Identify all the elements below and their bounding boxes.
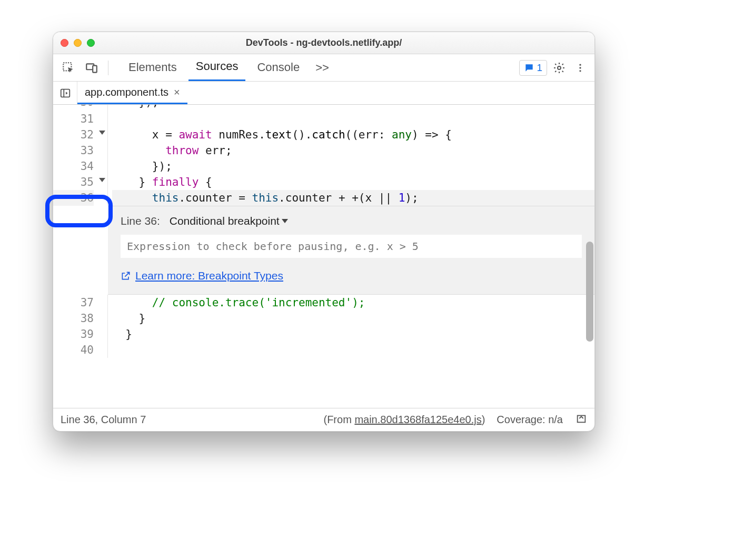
line-number[interactable]: 31 — [53, 111, 94, 127]
close-tab-icon[interactable]: × — [174, 86, 180, 98]
code-line[interactable]: } finally { — [112, 174, 594, 190]
line-number[interactable]: 30 — [53, 105, 94, 111]
svg-rect-7 — [61, 89, 70, 97]
chevron-down-icon — [282, 219, 288, 223]
fold-icon[interactable] — [99, 131, 105, 135]
settings-icon[interactable] — [550, 59, 568, 77]
main-toolbar: Elements Sources Console >> 1 — [53, 54, 594, 82]
navigator-toggle-icon[interactable] — [53, 82, 77, 104]
tab-console[interactable]: Console — [250, 55, 307, 81]
tab-sources[interactable]: Sources — [189, 54, 246, 81]
inspect-element-icon[interactable] — [58, 58, 78, 78]
cursor-position: Line 36, Column 7 — [61, 414, 146, 426]
line-number[interactable]: 36 — [53, 190, 94, 206]
breakpoint-line-label: Line 36: — [121, 215, 160, 227]
tabs-overflow-button[interactable]: >> — [311, 61, 333, 75]
source-map-file-link[interactable]: main.80d1368fa125e4e0.js — [354, 414, 481, 425]
svg-point-3 — [558, 66, 561, 69]
file-tab-bar: app.component.ts × — [53, 82, 594, 105]
fold-icon[interactable] — [99, 178, 105, 182]
learn-more-link[interactable]: Learn more: Breakpoint Types — [121, 269, 283, 282]
code-line[interactable]: this.counter = this.counter + +(x || 1); — [112, 190, 594, 206]
code-line[interactable]: }); — [112, 158, 594, 174]
source-editor: 30 });3132 x = await numRes.text().catch… — [53, 105, 594, 408]
more-options-icon[interactable] — [571, 59, 589, 77]
breakpoint-type-dropdown[interactable]: Conditional breakpoint — [170, 215, 288, 227]
learn-more-label: Learn more: Breakpoint Types — [135, 269, 283, 282]
breakpoint-condition-input[interactable] — [121, 235, 582, 258]
window-title: DevTools - ng-devtools.netlify.app/ — [53, 37, 594, 48]
titlebar: DevTools - ng-devtools.netlify.app/ — [53, 32, 594, 54]
code-line[interactable] — [112, 342, 594, 358]
svg-point-4 — [579, 64, 581, 65]
code-line[interactable]: throw err; — [112, 143, 594, 158]
devtools-window: DevTools - ng-devtools.netlify.app/ Elem… — [53, 32, 595, 432]
coverage-status: Coverage: n/a — [497, 414, 563, 426]
source-mapped-from: (From main.80d1368fa125e4e0.js) — [323, 414, 485, 426]
svg-rect-2 — [93, 65, 97, 72]
panel-tabs: Elements Sources Console >> — [121, 54, 333, 81]
line-number[interactable]: 35 — [53, 174, 94, 190]
file-tab-label: app.component.ts — [85, 86, 168, 98]
code-line[interactable] — [112, 111, 594, 127]
issues-button[interactable]: 1 — [519, 60, 547, 76]
breakpoint-type-label: Conditional breakpoint — [170, 215, 280, 227]
device-toolbar-icon[interactable] — [82, 58, 102, 78]
svg-point-5 — [579, 67, 581, 68]
status-bar: Line 36, Column 7 (From main.80d1368fa12… — [53, 408, 594, 431]
code-line[interactable]: } — [112, 311, 594, 326]
code-line[interactable]: // console.trace('incremented'); — [112, 295, 594, 311]
line-number[interactable]: 37 — [53, 295, 94, 311]
line-number[interactable]: 34 — [53, 158, 94, 174]
vertical-scrollbar[interactable] — [586, 242, 593, 342]
line-number[interactable]: 38 — [53, 311, 94, 326]
line-number[interactable]: 33 — [53, 143, 94, 158]
code-line[interactable]: x = await numRes.text().catch((err: any)… — [112, 127, 594, 143]
line-number[interactable]: 32 — [53, 127, 94, 143]
issues-count: 1 — [537, 62, 542, 74]
line-number[interactable]: 39 — [53, 326, 94, 342]
toolbar-divider — [108, 61, 108, 75]
code-line[interactable]: }); — [112, 105, 594, 111]
line-number[interactable]: 40 — [53, 342, 94, 358]
tab-elements[interactable]: Elements — [121, 55, 184, 81]
console-drawer-toggle-icon[interactable] — [576, 413, 587, 427]
code-line[interactable]: } — [112, 326, 594, 342]
breakpoint-editor-panel: Line 36: Conditional breakpoint Learn mo… — [108, 206, 594, 295]
file-tab-app-component[interactable]: app.component.ts × — [77, 82, 187, 104]
svg-point-6 — [579, 70, 581, 72]
